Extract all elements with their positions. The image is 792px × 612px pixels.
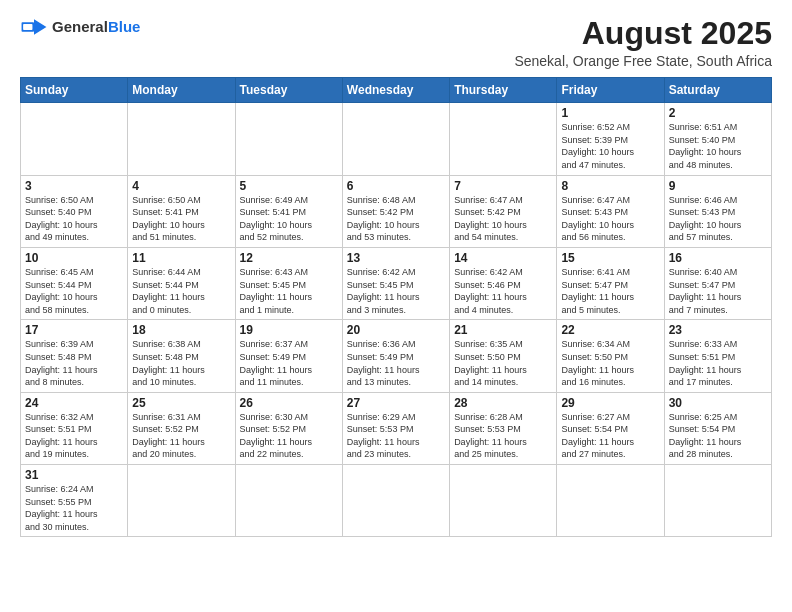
day-info: Sunrise: 6:47 AM Sunset: 5:43 PM Dayligh… (561, 194, 659, 244)
day-info: Sunrise: 6:28 AM Sunset: 5:53 PM Dayligh… (454, 411, 552, 461)
day-number: 16 (669, 251, 767, 265)
logo: GeneralBlue (20, 16, 140, 38)
day-number: 8 (561, 179, 659, 193)
day-number: 19 (240, 323, 338, 337)
day-number: 9 (669, 179, 767, 193)
day-info: Sunrise: 6:42 AM Sunset: 5:45 PM Dayligh… (347, 266, 445, 316)
calendar-cell (450, 465, 557, 537)
day-info: Sunrise: 6:44 AM Sunset: 5:44 PM Dayligh… (132, 266, 230, 316)
col-header-sunday: Sunday (21, 78, 128, 103)
day-number: 14 (454, 251, 552, 265)
day-info: Sunrise: 6:29 AM Sunset: 5:53 PM Dayligh… (347, 411, 445, 461)
day-number: 7 (454, 179, 552, 193)
day-info: Sunrise: 6:33 AM Sunset: 5:51 PM Dayligh… (669, 338, 767, 388)
calendar-cell: 23Sunrise: 6:33 AM Sunset: 5:51 PM Dayli… (664, 320, 771, 392)
col-header-wednesday: Wednesday (342, 78, 449, 103)
calendar-cell: 1Sunrise: 6:52 AM Sunset: 5:39 PM Daylig… (557, 103, 664, 175)
calendar-week-4: 17Sunrise: 6:39 AM Sunset: 5:48 PM Dayli… (21, 320, 772, 392)
logo-text: GeneralBlue (52, 18, 140, 36)
day-number: 1 (561, 106, 659, 120)
calendar-cell: 10Sunrise: 6:45 AM Sunset: 5:44 PM Dayli… (21, 247, 128, 319)
svg-marker-1 (34, 19, 46, 35)
day-info: Sunrise: 6:43 AM Sunset: 5:45 PM Dayligh… (240, 266, 338, 316)
calendar-cell: 25Sunrise: 6:31 AM Sunset: 5:52 PM Dayli… (128, 392, 235, 464)
calendar-cell: 2Sunrise: 6:51 AM Sunset: 5:40 PM Daylig… (664, 103, 771, 175)
day-number: 20 (347, 323, 445, 337)
calendar-cell (128, 103, 235, 175)
calendar-cell: 5Sunrise: 6:49 AM Sunset: 5:41 PM Daylig… (235, 175, 342, 247)
calendar-cell: 27Sunrise: 6:29 AM Sunset: 5:53 PM Dayli… (342, 392, 449, 464)
day-info: Sunrise: 6:51 AM Sunset: 5:40 PM Dayligh… (669, 121, 767, 171)
calendar-cell (235, 103, 342, 175)
title-block: August 2025 Senekal, Orange Free State, … (514, 16, 772, 69)
calendar-cell: 19Sunrise: 6:37 AM Sunset: 5:49 PM Dayli… (235, 320, 342, 392)
calendar-cell: 20Sunrise: 6:36 AM Sunset: 5:49 PM Dayli… (342, 320, 449, 392)
day-info: Sunrise: 6:42 AM Sunset: 5:46 PM Dayligh… (454, 266, 552, 316)
day-info: Sunrise: 6:27 AM Sunset: 5:54 PM Dayligh… (561, 411, 659, 461)
day-number: 28 (454, 396, 552, 410)
calendar-cell (128, 465, 235, 537)
calendar-cell: 17Sunrise: 6:39 AM Sunset: 5:48 PM Dayli… (21, 320, 128, 392)
calendar-week-6: 31Sunrise: 6:24 AM Sunset: 5:55 PM Dayli… (21, 465, 772, 537)
day-info: Sunrise: 6:24 AM Sunset: 5:55 PM Dayligh… (25, 483, 123, 533)
calendar-cell: 22Sunrise: 6:34 AM Sunset: 5:50 PM Dayli… (557, 320, 664, 392)
day-number: 25 (132, 396, 230, 410)
page: GeneralBlue August 2025 Senekal, Orange … (0, 0, 792, 612)
day-info: Sunrise: 6:25 AM Sunset: 5:54 PM Dayligh… (669, 411, 767, 461)
calendar-cell: 31Sunrise: 6:24 AM Sunset: 5:55 PM Dayli… (21, 465, 128, 537)
day-number: 18 (132, 323, 230, 337)
svg-rect-2 (23, 24, 32, 30)
calendar-cell: 3Sunrise: 6:50 AM Sunset: 5:40 PM Daylig… (21, 175, 128, 247)
day-number: 11 (132, 251, 230, 265)
day-number: 24 (25, 396, 123, 410)
day-number: 6 (347, 179, 445, 193)
day-number: 12 (240, 251, 338, 265)
day-number: 17 (25, 323, 123, 337)
day-number: 4 (132, 179, 230, 193)
day-number: 22 (561, 323, 659, 337)
calendar-cell (21, 103, 128, 175)
calendar-cell: 4Sunrise: 6:50 AM Sunset: 5:41 PM Daylig… (128, 175, 235, 247)
calendar-cell (235, 465, 342, 537)
subtitle: Senekal, Orange Free State, South Africa (514, 53, 772, 69)
day-number: 13 (347, 251, 445, 265)
calendar-cell: 12Sunrise: 6:43 AM Sunset: 5:45 PM Dayli… (235, 247, 342, 319)
day-number: 3 (25, 179, 123, 193)
day-number: 15 (561, 251, 659, 265)
col-header-tuesday: Tuesday (235, 78, 342, 103)
day-info: Sunrise: 6:50 AM Sunset: 5:40 PM Dayligh… (25, 194, 123, 244)
day-number: 2 (669, 106, 767, 120)
calendar-week-3: 10Sunrise: 6:45 AM Sunset: 5:44 PM Dayli… (21, 247, 772, 319)
day-number: 26 (240, 396, 338, 410)
calendar: SundayMondayTuesdayWednesdayThursdayFrid… (20, 77, 772, 537)
calendar-cell: 14Sunrise: 6:42 AM Sunset: 5:46 PM Dayli… (450, 247, 557, 319)
day-info: Sunrise: 6:49 AM Sunset: 5:41 PM Dayligh… (240, 194, 338, 244)
day-info: Sunrise: 6:34 AM Sunset: 5:50 PM Dayligh… (561, 338, 659, 388)
calendar-cell: 15Sunrise: 6:41 AM Sunset: 5:47 PM Dayli… (557, 247, 664, 319)
col-header-friday: Friday (557, 78, 664, 103)
calendar-header-row: SundayMondayTuesdayWednesdayThursdayFrid… (21, 78, 772, 103)
day-number: 21 (454, 323, 552, 337)
day-info: Sunrise: 6:45 AM Sunset: 5:44 PM Dayligh… (25, 266, 123, 316)
day-info: Sunrise: 6:32 AM Sunset: 5:51 PM Dayligh… (25, 411, 123, 461)
day-info: Sunrise: 6:37 AM Sunset: 5:49 PM Dayligh… (240, 338, 338, 388)
calendar-cell: 16Sunrise: 6:40 AM Sunset: 5:47 PM Dayli… (664, 247, 771, 319)
calendar-cell: 28Sunrise: 6:28 AM Sunset: 5:53 PM Dayli… (450, 392, 557, 464)
main-title: August 2025 (514, 16, 772, 51)
day-info: Sunrise: 6:52 AM Sunset: 5:39 PM Dayligh… (561, 121, 659, 171)
day-number: 5 (240, 179, 338, 193)
calendar-cell (664, 465, 771, 537)
day-number: 31 (25, 468, 123, 482)
day-info: Sunrise: 6:48 AM Sunset: 5:42 PM Dayligh… (347, 194, 445, 244)
day-info: Sunrise: 6:38 AM Sunset: 5:48 PM Dayligh… (132, 338, 230, 388)
logo-icon (20, 16, 48, 38)
day-info: Sunrise: 6:46 AM Sunset: 5:43 PM Dayligh… (669, 194, 767, 244)
day-info: Sunrise: 6:31 AM Sunset: 5:52 PM Dayligh… (132, 411, 230, 461)
calendar-cell: 8Sunrise: 6:47 AM Sunset: 5:43 PM Daylig… (557, 175, 664, 247)
calendar-week-5: 24Sunrise: 6:32 AM Sunset: 5:51 PM Dayli… (21, 392, 772, 464)
calendar-cell: 26Sunrise: 6:30 AM Sunset: 5:52 PM Dayli… (235, 392, 342, 464)
col-header-thursday: Thursday (450, 78, 557, 103)
calendar-cell: 30Sunrise: 6:25 AM Sunset: 5:54 PM Dayli… (664, 392, 771, 464)
calendar-cell: 24Sunrise: 6:32 AM Sunset: 5:51 PM Dayli… (21, 392, 128, 464)
calendar-cell: 29Sunrise: 6:27 AM Sunset: 5:54 PM Dayli… (557, 392, 664, 464)
